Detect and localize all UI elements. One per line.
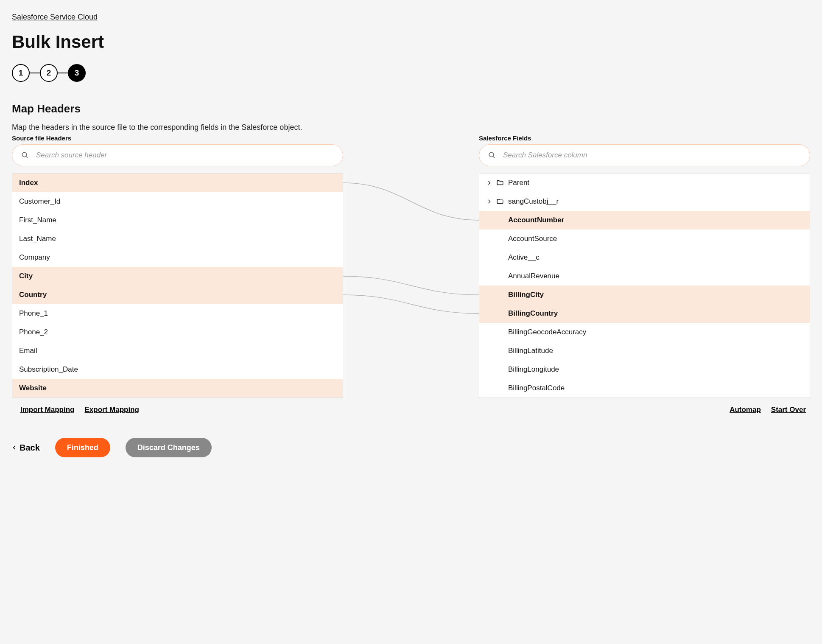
target-row[interactable]: BillingCountry [479, 304, 810, 323]
page-title: Bulk Insert [12, 32, 810, 52]
finished-button[interactable]: Finished [55, 438, 110, 457]
discard-button[interactable]: Discard Changes [126, 438, 212, 457]
target-row-label: BillingCountry [508, 309, 558, 318]
source-actions: Import Mapping Export Mapping [12, 406, 343, 414]
target-row[interactable]: AnnualRevenue [479, 267, 810, 286]
source-row[interactable]: Email [12, 342, 343, 360]
back-button[interactable]: Back [12, 443, 40, 453]
target-row-label: BillingGeocodeAccuracy [508, 328, 586, 336]
source-listbox[interactable]: IndexCustomer_IdFirst_NameLast_NameCompa… [12, 173, 343, 398]
source-column: Source file Headers IndexCustomer_IdFirs… [12, 134, 343, 414]
source-row[interactable]: City [12, 267, 343, 286]
source-row-label: Subscription_Date [19, 365, 78, 374]
target-column: Salesforce Fields ParentsangCustobj__rAc… [479, 134, 810, 414]
source-row-label: Last_Name [19, 235, 56, 243]
target-row-label: Parent [508, 179, 529, 187]
mapping-columns: Source file Headers IndexCustomer_IdFirs… [12, 134, 810, 414]
target-label: Salesforce Fields [479, 134, 810, 142]
target-search-input[interactable] [479, 144, 810, 166]
start-over-link[interactable]: Start Over [771, 406, 806, 414]
target-row[interactable]: BillingLongitude [479, 360, 810, 379]
source-row[interactable]: Index [12, 174, 343, 192]
step-connector [30, 73, 40, 73]
target-row-label: BillingLatitude [508, 347, 553, 355]
footer-buttons: Back Finished Discard Changes [12, 438, 810, 457]
source-row-label: Website [19, 384, 47, 392]
breadcrumb-link[interactable]: Salesforce Service Cloud [12, 13, 98, 22]
target-row-label: Active__c [508, 253, 540, 262]
source-row[interactable]: Last_Name [12, 230, 343, 248]
source-row[interactable]: Customer_Id [12, 192, 343, 211]
source-search-input[interactable] [12, 144, 343, 166]
target-row[interactable]: BillingCity [479, 286, 810, 304]
source-row-label: Index [19, 179, 38, 187]
target-row-label: AnnualRevenue [508, 272, 559, 280]
target-row-label: BillingCity [508, 291, 544, 299]
svg-line-1 [26, 156, 28, 158]
export-mapping-link[interactable]: Export Mapping [84, 406, 139, 414]
target-actions: Automap Start Over [479, 406, 810, 414]
source-row[interactable]: Country [12, 286, 343, 304]
svg-point-0 [22, 152, 27, 157]
target-folder-row[interactable]: Parent [479, 174, 810, 192]
automap-link[interactable]: Automap [730, 406, 761, 414]
source-row-label: First_Name [19, 216, 56, 224]
step-3[interactable]: 3 [68, 64, 86, 82]
source-row[interactable]: Subscription_Date [12, 360, 343, 379]
target-row[interactable]: Active__c [479, 248, 810, 267]
step-2[interactable]: 2 [40, 64, 58, 82]
stepper: 1 2 3 [12, 64, 810, 82]
search-icon [21, 151, 29, 159]
folder-icon [496, 198, 504, 205]
mapping-connector [343, 276, 479, 295]
source-row-label: Country [19, 291, 47, 299]
source-row[interactable]: First_Name [12, 211, 343, 230]
target-row[interactable]: BillingPostalCode [479, 379, 810, 398]
section-description: Map the headers in the source file to th… [12, 123, 810, 132]
step-connector [58, 73, 68, 73]
target-row-label: BillingLongitude [508, 365, 559, 374]
chevron-right-icon [486, 180, 492, 185]
mapping-connector [343, 183, 479, 220]
source-row[interactable]: Company [12, 248, 343, 267]
target-listbox[interactable]: ParentsangCustobj__rAccountNumberAccount… [479, 173, 810, 398]
source-row[interactable]: Phone_1 [12, 304, 343, 323]
target-row[interactable]: AccountNumber [479, 211, 810, 230]
source-row[interactable]: Phone_2 [12, 323, 343, 342]
source-row-label: Customer_Id [19, 197, 60, 206]
source-row-label: City [19, 272, 33, 280]
source-row[interactable]: Website [12, 379, 343, 398]
mapping-connector-area [343, 134, 479, 414]
source-row-label: Phone_2 [19, 328, 48, 336]
svg-line-3 [493, 156, 495, 158]
chevron-left-icon [12, 443, 17, 453]
mapping-connector [343, 295, 479, 314]
source-row-label: Company [19, 253, 50, 262]
target-row[interactable]: AccountSource [479, 230, 810, 248]
target-row-label: AccountNumber [508, 216, 564, 224]
chevron-right-icon [486, 199, 492, 204]
section-title: Map Headers [12, 102, 810, 115]
target-row-label: AccountSource [508, 235, 557, 243]
folder-icon [496, 179, 504, 187]
svg-point-2 [489, 152, 494, 157]
target-folder-row[interactable]: sangCustobj__r [479, 192, 810, 211]
source-label: Source file Headers [12, 134, 343, 142]
target-row[interactable]: BillingLatitude [479, 342, 810, 360]
target-row-label: BillingPostalCode [508, 384, 565, 392]
import-mapping-link[interactable]: Import Mapping [20, 406, 74, 414]
target-row[interactable]: BillingGeocodeAccuracy [479, 323, 810, 342]
source-row-label: Phone_1 [19, 309, 48, 318]
source-row-label: Email [19, 347, 37, 355]
search-icon [488, 151, 496, 159]
target-row-label: sangCustobj__r [508, 197, 559, 206]
step-1[interactable]: 1 [12, 64, 30, 82]
back-label: Back [20, 443, 40, 453]
